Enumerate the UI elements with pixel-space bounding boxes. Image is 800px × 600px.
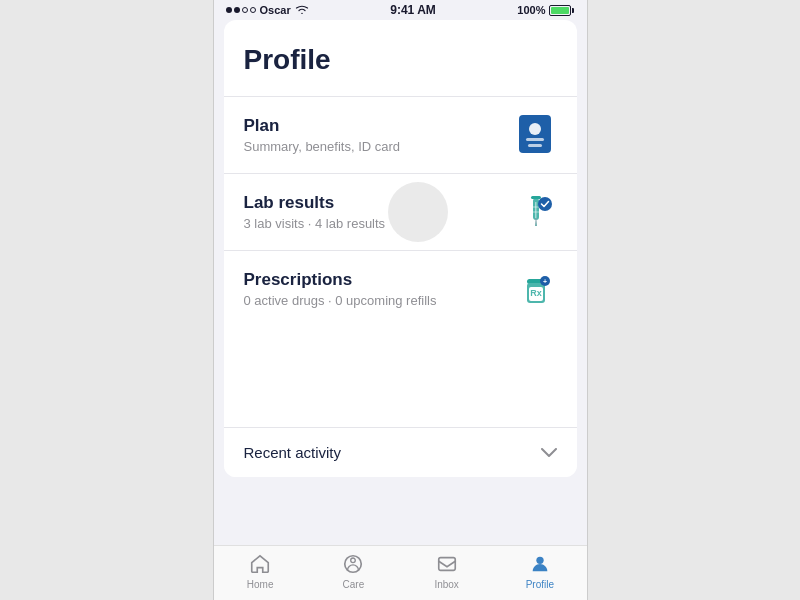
tab-bar: Home Care Inbox <box>214 545 587 600</box>
svg-rect-7 <box>535 218 536 226</box>
signal-dot-1 <box>226 7 232 13</box>
scroll-content: Profile Plan Summary, benefits, ID card <box>214 20 587 532</box>
prescriptions-title: Prescriptions <box>244 270 513 290</box>
plan-text: Plan Summary, benefits, ID card <box>244 116 513 154</box>
plan-subtitle: Summary, benefits, ID card <box>244 139 513 154</box>
chevron-down-icon <box>541 445 557 461</box>
carrier-name: Oscar <box>260 4 291 16</box>
page-title: Profile <box>224 20 577 96</box>
lab-results-text: Lab results 3 lab visits · 4 lab results <box>244 193 513 231</box>
svg-text:+: + <box>542 278 546 285</box>
tab-inbox-label: Inbox <box>434 579 458 590</box>
svg-point-8 <box>538 197 552 211</box>
svg-rect-3 <box>535 202 537 218</box>
svg-point-18 <box>536 557 543 564</box>
tab-inbox[interactable]: Inbox <box>400 552 493 594</box>
svg-text:Rx: Rx <box>530 288 542 298</box>
svg-rect-17 <box>438 558 455 571</box>
plan-icon <box>513 113 557 157</box>
lab-results-icon <box>513 190 557 234</box>
signal-dot-2 <box>234 7 240 13</box>
care-icon <box>341 552 365 576</box>
home-icon <box>248 552 272 576</box>
tab-home-label: Home <box>247 579 274 590</box>
prescriptions-text: Prescriptions 0 active drugs · 0 upcomin… <box>244 270 513 308</box>
profile-icon <box>528 552 552 576</box>
signal-indicator <box>226 7 256 13</box>
tab-profile[interactable]: Profile <box>493 552 586 594</box>
recent-activity-label: Recent activity <box>244 444 342 461</box>
lab-results-menu-item[interactable]: Lab results 3 lab visits · 4 lab results <box>224 173 577 250</box>
phone-frame: Oscar 9:41 AM 100% Prof <box>213 0 588 600</box>
inbox-icon <box>435 552 459 576</box>
tab-care-label: Care <box>343 579 365 590</box>
content-card: Profile Plan Summary, benefits, ID card <box>224 20 577 477</box>
svg-point-16 <box>351 558 356 563</box>
tab-profile-label: Profile <box>526 579 554 590</box>
plan-title: Plan <box>244 116 513 136</box>
tab-home[interactable]: Home <box>214 552 307 594</box>
tab-care[interactable]: Care <box>307 552 400 594</box>
lab-results-title: Lab results <box>244 193 513 213</box>
wifi-icon <box>295 4 309 16</box>
battery-indicator <box>549 5 574 16</box>
status-bar: Oscar 9:41 AM 100% <box>214 0 587 20</box>
signal-dot-4 <box>250 7 256 13</box>
prescriptions-icon: Rx + <box>513 267 557 311</box>
svg-rect-2 <box>531 196 541 199</box>
lab-results-subtitle: 3 lab visits · 4 lab results <box>244 216 513 231</box>
prescriptions-subtitle: 0 active drugs · 0 upcoming refills <box>244 293 513 308</box>
clock: 9:41 AM <box>390 3 436 17</box>
content-spacer <box>224 327 577 427</box>
signal-dot-3 <box>242 7 248 13</box>
battery-percent: 100% <box>517 4 545 16</box>
recent-activity-row[interactable]: Recent activity <box>224 427 577 477</box>
prescriptions-menu-item[interactable]: Prescriptions 0 active drugs · 0 upcomin… <box>224 250 577 327</box>
plan-menu-item[interactable]: Plan Summary, benefits, ID card <box>224 96 577 173</box>
status-left: Oscar <box>226 4 309 16</box>
status-right: 100% <box>517 4 574 16</box>
